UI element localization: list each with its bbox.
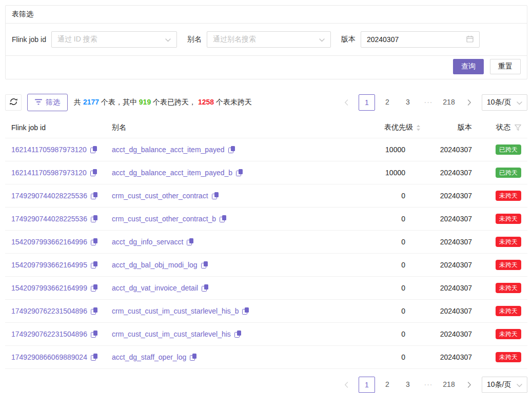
pagination-page-3[interactable]: 3 bbox=[400, 377, 416, 393]
alias-link[interactable]: acct_dg_staff_oper_log bbox=[112, 353, 186, 361]
version-date-input[interactable] bbox=[367, 35, 466, 44]
copy-icon[interactable] bbox=[91, 192, 97, 199]
status-badge: 未跨天 bbox=[496, 237, 521, 247]
priority-cell: 0 bbox=[354, 238, 421, 246]
priority-cell: 0 bbox=[354, 330, 421, 338]
pagination-ellipsis[interactable]: ··· bbox=[420, 377, 437, 393]
filter-funnel-icon[interactable] bbox=[515, 125, 521, 131]
version-date-picker[interactable] bbox=[361, 31, 480, 48]
pagination-next-button[interactable] bbox=[461, 94, 478, 111]
status-badge: 未跨天 bbox=[496, 260, 521, 270]
version-field: 版本 bbox=[341, 31, 480, 48]
flink-job-id-link[interactable]: 1749290762231504896 bbox=[11, 307, 87, 315]
pagination-page-1[interactable]: 1 bbox=[359, 377, 375, 393]
calendar-icon bbox=[466, 35, 474, 44]
table-row: 1542097993662164995 acct_dg_bal_obj_modi… bbox=[5, 254, 527, 277]
alias-link[interactable]: acct_dg_balance_acct_item_payed bbox=[112, 146, 225, 154]
sorter-icon[interactable] bbox=[416, 125, 421, 131]
filter-toggle-button[interactable]: 筛选 bbox=[27, 94, 68, 111]
status-badge: 已跨天 bbox=[496, 168, 521, 178]
copy-icon[interactable] bbox=[91, 330, 97, 338]
copy-icon[interactable] bbox=[242, 307, 249, 315]
alias-link[interactable]: crm_cust_cust_other_contract bbox=[112, 192, 208, 200]
filter-fields-row: Flink job id 通过 ID 搜索 别名 通过别名搜索 bbox=[6, 24, 527, 56]
pagination-prev-button[interactable] bbox=[338, 377, 354, 393]
copy-icon[interactable] bbox=[234, 330, 241, 338]
status-badge: 未跨天 bbox=[496, 306, 521, 316]
copy-icon[interactable] bbox=[91, 284, 97, 292]
copy-icon[interactable] bbox=[228, 146, 235, 153]
flink-job-id-link[interactable]: 1542097993662164995 bbox=[11, 261, 87, 269]
flink-job-id-link[interactable]: 1749290744028225536 bbox=[11, 192, 87, 200]
copy-icon[interactable] bbox=[91, 307, 97, 315]
copy-icon[interactable] bbox=[91, 261, 97, 268]
copy-icon[interactable] bbox=[91, 354, 97, 361]
copy-icon[interactable] bbox=[201, 261, 208, 268]
copy-icon[interactable] bbox=[90, 169, 97, 176]
copy-icon[interactable] bbox=[91, 215, 97, 222]
copy-icon[interactable] bbox=[202, 284, 208, 292]
copy-icon[interactable] bbox=[212, 192, 219, 199]
flink-job-id-link[interactable]: 1749290744028225536 bbox=[11, 215, 87, 223]
query-button[interactable]: 查询 bbox=[453, 59, 484, 74]
chevron-down-icon bbox=[319, 35, 325, 44]
refresh-button[interactable] bbox=[5, 94, 22, 111]
version-cell: 20240307 bbox=[421, 146, 472, 154]
pagination-page-1[interactable]: 1 bbox=[359, 94, 375, 111]
summary-mid1: 个表，其中 bbox=[99, 98, 139, 106]
page-size-select[interactable]: 10条/页 bbox=[482, 94, 527, 111]
version-cell: 20240307 bbox=[421, 169, 472, 177]
alias-select[interactable]: 通过别名搜索 bbox=[207, 31, 331, 48]
flink-job-id-link[interactable]: 1621411705987973120 bbox=[11, 146, 87, 154]
version-cell: 20240307 bbox=[421, 215, 472, 223]
column-header-priority[interactable]: 表优先级 bbox=[354, 123, 421, 132]
alias-link[interactable]: crm_cust_cust_im_cust_starlevel_his bbox=[112, 330, 231, 338]
pagination-page-218[interactable]: 218 bbox=[441, 94, 457, 111]
alias-link[interactable]: crm_cust_cust_other_contract_b bbox=[112, 215, 216, 223]
alias-link[interactable]: acct_dg_bal_obj_modi_log bbox=[112, 261, 198, 269]
flink-job-id-link[interactable]: 1542097993662164999 bbox=[11, 284, 87, 292]
page-size-select[interactable]: 10条/页 bbox=[482, 377, 527, 393]
summary-mid2: 个表已跨天， bbox=[151, 98, 198, 106]
version-cell: 20240307 bbox=[421, 330, 472, 338]
copy-icon[interactable] bbox=[236, 169, 243, 176]
pagination-top: 1 2 3 ··· 218 10条/页 bbox=[334, 94, 527, 111]
flink-job-id-select[interactable]: 通过 ID 搜索 bbox=[51, 31, 177, 48]
pagination-prev-button[interactable] bbox=[338, 94, 354, 111]
copy-icon[interactable] bbox=[220, 215, 226, 222]
alias-link[interactable]: acct_dg_balance_acct_item_payed_b bbox=[112, 169, 232, 177]
priority-cell: 0 bbox=[354, 261, 421, 269]
flink-job-id-label: Flink job id bbox=[12, 35, 46, 44]
reset-button[interactable]: 重置 bbox=[490, 59, 521, 74]
flink-job-id-link[interactable]: 1621411705987973120 bbox=[11, 169, 87, 177]
column-header-status: 状态 bbox=[472, 123, 521, 132]
version-cell: 20240307 bbox=[421, 238, 472, 246]
table-row: 1749290744028225536 crm_cust_cust_other_… bbox=[5, 208, 527, 231]
pagination-page-2[interactable]: 2 bbox=[379, 94, 396, 111]
alias-link[interactable]: acct_dg_vat_invoice_detail bbox=[112, 284, 198, 292]
copy-icon[interactable] bbox=[187, 238, 193, 245]
pagination-page-3[interactable]: 3 bbox=[400, 94, 416, 111]
table-row: 1542097993662164996 acct_dg_info_servacc… bbox=[5, 231, 527, 254]
pagination-page-218[interactable]: 218 bbox=[441, 377, 457, 393]
copy-icon[interactable] bbox=[190, 354, 196, 361]
pagination-next-button[interactable] bbox=[461, 377, 478, 393]
copy-icon[interactable] bbox=[90, 146, 97, 153]
filter-icon bbox=[35, 98, 42, 107]
alias-link[interactable]: crm_cust_cust_im_cust_starlevel_his_b bbox=[112, 307, 239, 315]
flink-job-id-link[interactable]: 1542097993662164996 bbox=[11, 238, 87, 246]
pagination-ellipsis[interactable]: ··· bbox=[420, 94, 437, 111]
pagination-page-2[interactable]: 2 bbox=[379, 377, 396, 393]
pagination-bottom: 1 2 3 ··· 218 10条/页 bbox=[334, 377, 527, 393]
chevron-down-icon bbox=[165, 35, 171, 44]
priority-cell: 0 bbox=[354, 215, 421, 223]
summary-suffix: 个表未跨天 bbox=[214, 98, 252, 106]
filter-panel: 表筛选 Flink job id 通过 ID 搜索 别名 通过别名搜索 bbox=[5, 5, 527, 79]
alias-link[interactable]: acct_dg_info_servacct bbox=[112, 238, 183, 246]
table-toolbar: 筛选 共 2177 个表，其中 919 个表已跨天， 1258 个表未跨天 1 … bbox=[5, 94, 527, 111]
priority-cell: 0 bbox=[354, 307, 421, 315]
copy-icon[interactable] bbox=[91, 238, 97, 245]
flink-job-id-link[interactable]: 1749290866069889024 bbox=[11, 353, 87, 361]
table-header-row: Flink job id 别名 表优先级 版本 状态 bbox=[5, 117, 527, 138]
flink-job-id-link[interactable]: 1749290762231504896 bbox=[11, 330, 87, 338]
